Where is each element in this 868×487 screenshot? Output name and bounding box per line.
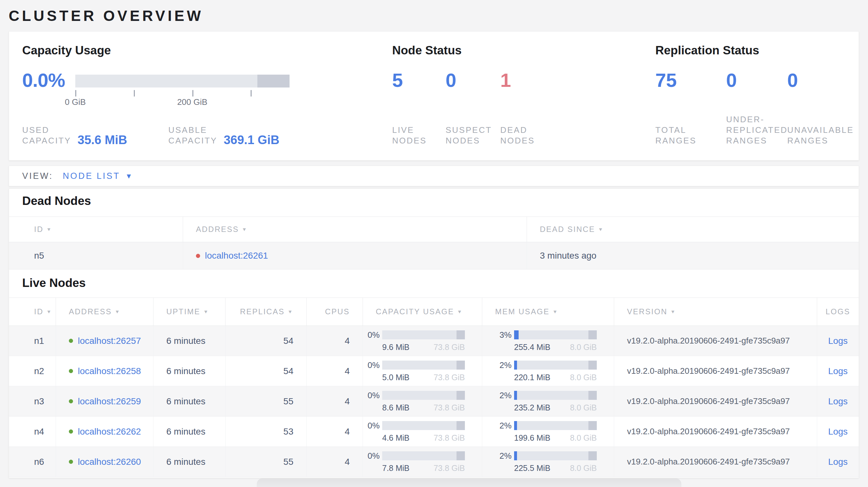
- column-header-mem-usage[interactable]: MEM USAGE▼: [482, 298, 614, 326]
- capacity-usage-meter: 0%8.6 MiB73.8 GiB: [363, 386, 482, 416]
- cpus-cell: 4: [306, 386, 363, 416]
- replicas-cell: 53: [225, 417, 306, 447]
- column-header-dead-since[interactable]: DEAD SINCE▼: [527, 217, 859, 242]
- meter-bar-dark-segment: [588, 361, 597, 369]
- logs-link[interactable]: Logs: [828, 336, 848, 346]
- sort-arrow-icon: ▼: [46, 309, 52, 314]
- column-header-id[interactable]: ID▼: [9, 298, 56, 326]
- meter-percent-label: 0%: [367, 330, 380, 340]
- live-nodes-section-heading: Live Nodes: [22, 276, 859, 290]
- column-header-replicas[interactable]: REPLICAS▼: [225, 298, 306, 326]
- uptime-cell: 6 minutes: [153, 386, 225, 416]
- column-header-version[interactable]: VERSION▼: [614, 298, 817, 326]
- column-header-id[interactable]: ID▼: [9, 217, 183, 242]
- replication-status-panel: Replication Status 75 TOTAL RANGES 0 UND…: [642, 32, 859, 160]
- node-id-cell: n1: [9, 326, 56, 356]
- unavailable-ranges-count: 0: [787, 70, 854, 91]
- meter-bar-dark-segment: [588, 421, 597, 430]
- dead-since-cell: 3 minutes ago: [527, 242, 859, 269]
- meter-bar: [514, 361, 597, 369]
- meter-used-value: 9.6 MiB: [382, 343, 409, 352]
- logs-link[interactable]: Logs: [828, 426, 848, 437]
- column-header-label: REPLICAS: [240, 307, 285, 316]
- meter-bar: [514, 421, 597, 430]
- axis-tick: [192, 90, 193, 97]
- replicas-cell: 55: [225, 386, 306, 416]
- uptime-cell: 6 minutes: [153, 326, 225, 356]
- column-header-label: VERSION: [627, 307, 668, 316]
- uptime-cell: 6 minutes: [153, 417, 225, 447]
- column-header-capacity-usage[interactable]: CAPACITY USAGE▼: [363, 298, 482, 326]
- meter-bar-dark-segment: [457, 391, 465, 400]
- capacity-usage-heading: Capacity Usage: [22, 43, 379, 58]
- capacity-bar-block: 0 GiB200 GiB: [75, 75, 289, 105]
- sort-arrow-icon: ▼: [115, 309, 121, 314]
- meter-bar-fill: [514, 451, 517, 460]
- dead-nodes-table: n5localhost:262613 minutes ago: [9, 242, 859, 269]
- logs-link[interactable]: Logs: [828, 396, 848, 407]
- logs-cell: Logs: [817, 326, 859, 356]
- live-nodes-count: 5: [392, 70, 445, 91]
- mem-usage-meter: 2%235.2 MiB8.0 GiB: [482, 386, 614, 416]
- capacity-stats: USED CAPACITY 35.6 MiB USABLE CAPACITY 3…: [22, 125, 379, 146]
- usable-capacity-label: USABLE CAPACITY: [168, 125, 224, 146]
- node-address-link[interactable]: localhost:26261: [205, 251, 268, 261]
- node-address-cell: localhost:26260: [56, 447, 153, 477]
- column-header-address[interactable]: ADDRESS▼: [183, 217, 527, 242]
- unavailable-ranges-label: UNAVAILABLE RANGES: [787, 125, 854, 146]
- meter-bar-dark-segment: [457, 330, 465, 339]
- meter-percent-label: 2%: [499, 451, 512, 461]
- meter-bar-fill: [514, 330, 519, 339]
- node-list-dropdown[interactable]: NODE LIST ▼: [63, 171, 133, 181]
- usable-capacity-stat: USABLE CAPACITY 369.1 GiB: [168, 125, 279, 146]
- capacity-bar-dark-segment: [257, 75, 289, 88]
- logs-cell: Logs: [817, 447, 859, 477]
- sort-arrow-icon: ▼: [457, 309, 463, 314]
- node-list-dropdown-value: NODE LIST: [63, 171, 120, 181]
- column-header-label: LOGS: [826, 307, 850, 316]
- logs-link[interactable]: Logs: [828, 457, 848, 467]
- node-address-link[interactable]: localhost:26260: [78, 457, 141, 467]
- uptime-cell: 6 minutes: [153, 447, 225, 477]
- column-header-label: CPUS: [325, 307, 350, 316]
- cpus-cell: 4: [306, 356, 363, 386]
- nodes-tables-card: Dead Nodes ID▼ADDRESS▼DEAD SINCE▼ n5loca…: [9, 189, 859, 478]
- replicas-cell: 54: [225, 356, 306, 386]
- used-capacity-stat: USED CAPACITY 35.6 MiB: [22, 125, 127, 146]
- meter-bar: [382, 421, 465, 430]
- column-header-address[interactable]: ADDRESS▼: [56, 298, 153, 326]
- node-address-link[interactable]: localhost:26262: [78, 426, 141, 437]
- meter-total-value: 73.8 GiB: [434, 373, 465, 382]
- node-address-link[interactable]: localhost:26257: [78, 336, 141, 346]
- replication-stats: 75 TOTAL RANGES 0 UNDER- REPLICATED RANG…: [655, 75, 859, 146]
- sort-arrow-icon: ▼: [203, 309, 209, 314]
- meter-bar-dark-segment: [457, 421, 465, 430]
- meter-used-value: 220.1 MiB: [514, 373, 551, 382]
- live-node-row: n1localhost:262576 minutes5440%9.6 MiB73…: [9, 326, 859, 356]
- meter-total-value: 73.8 GiB: [434, 433, 465, 443]
- total-ranges-count: 75: [655, 70, 726, 91]
- node-address-cell: localhost:26258: [56, 356, 153, 386]
- meter-bar-fill: [514, 421, 517, 430]
- meter-used-value: 199.6 MiB: [514, 433, 551, 443]
- mem-usage-meter: 2%199.6 MiB8.0 GiB: [482, 417, 614, 447]
- column-header-uptime[interactable]: UPTIME▼: [153, 298, 225, 326]
- meter-used-value: 5.0 MiB: [382, 373, 409, 382]
- node-address-link[interactable]: localhost:26259: [78, 396, 141, 407]
- axis-tick: [251, 90, 252, 97]
- meter-bar: [514, 330, 597, 339]
- green-status-dot-icon: [69, 369, 73, 373]
- version-cell: v19.2.0-alpha.20190606-2491-gfe735c9a97: [614, 326, 817, 356]
- live-node-row: n4localhost:262626 minutes5340%4.6 MiB73…: [9, 417, 859, 447]
- node-id-cell: n6: [9, 447, 56, 477]
- meter-bar-dark-segment: [457, 451, 465, 460]
- green-status-dot-icon: [69, 339, 73, 343]
- node-address-cell: localhost:26257: [56, 326, 153, 356]
- node-address-link[interactable]: localhost:26258: [78, 366, 141, 376]
- node-status-stats: 5 LIVE NODES 0 SUSPECT NODES 1 DEAD NODE…: [392, 75, 642, 146]
- used-capacity-value: 35.6 MiB: [78, 133, 127, 147]
- green-status-dot-icon: [69, 429, 73, 433]
- total-ranges-stat: 75 TOTAL RANGES: [655, 75, 726, 146]
- meter-bar-dark-segment: [588, 451, 597, 460]
- logs-link[interactable]: Logs: [828, 366, 848, 376]
